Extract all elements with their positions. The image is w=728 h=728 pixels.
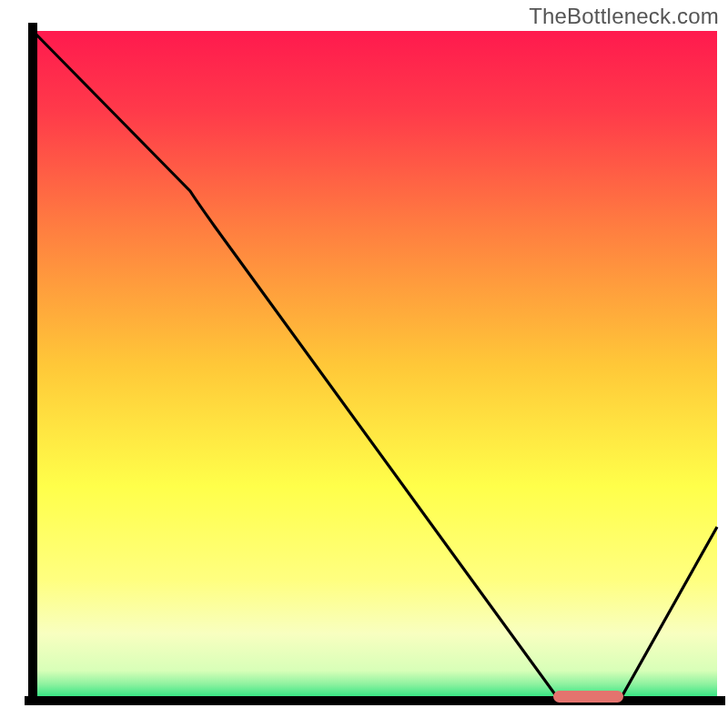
bottleneck-chart xyxy=(0,0,728,728)
chart-container: TheBottleneck.com xyxy=(0,0,728,728)
watermark-text: TheBottleneck.com xyxy=(529,4,719,29)
gradient-background xyxy=(33,31,717,701)
optimal-range-marker xyxy=(553,691,623,703)
